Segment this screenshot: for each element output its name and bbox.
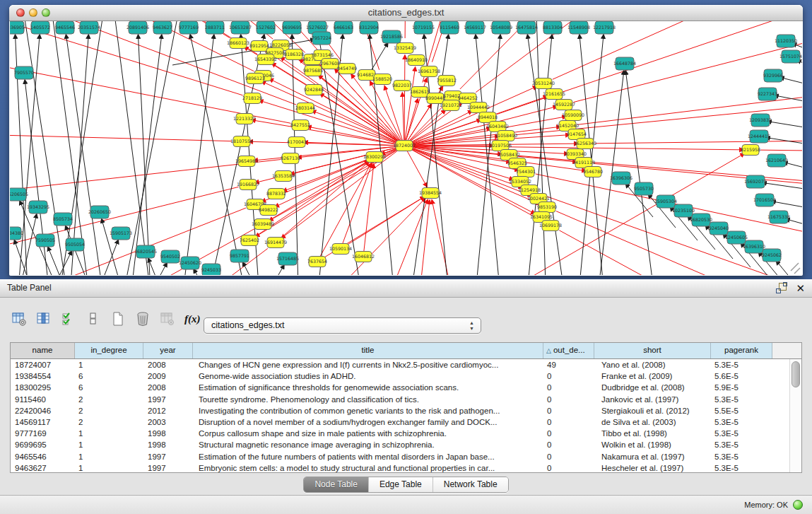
graph-node[interactable]: 15716485 [276,252,299,265]
graph-node[interactable]: 9245040 [709,222,729,235]
graph-node[interactable]: 11058490 [495,131,517,141]
table-cell-title[interactable]: Structural magnetic resonance image aver… [193,439,543,450]
graph-node[interactable]: 18724007 [393,141,416,151]
table-cell-title[interactable]: Genome-wide association studies in ADHD. [193,370,543,382]
graph-node[interactable]: 8215958 [741,145,760,156]
table-cell-year[interactable]: 2009 [143,370,193,382]
table-cell-pagerank[interactable]: 5.3E-5 [711,428,772,439]
graph-node[interactable]: 9505054 [65,238,85,251]
table-cell-pagerank[interactable]: 5.3E-5 [711,416,772,428]
graph-node[interactable]: 9822037 [392,81,412,91]
graph-node[interactable]: 4170043 [287,137,307,148]
graph-node[interactable]: 12450605 [725,231,748,244]
graph-node[interactable]: 9896123 [245,74,265,84]
graph-node[interactable]: 19210722 [440,100,462,111]
table-row[interactable]: 977716911998Corpus callosum shape and si… [11,428,801,439]
graph-node[interactable]: 7625402 [240,235,259,246]
graph-node[interactable]: 9699695 [282,21,302,34]
graph-node[interactable]: 9227343 [758,88,777,100]
table-cell-name[interactable]: 9465546 [11,451,75,462]
table-cell-pagerank[interactable]: 5.3E-5 [711,451,772,462]
table-cell-name[interactable]: 18724007 [11,359,75,370]
table-row[interactable]: 911546021997Tourette syndrome. Phenomeno… [11,394,801,405]
graph-node[interactable]: 16648784 [613,57,636,70]
graph-node[interactable]: 15905304 [654,195,677,208]
column-header-name[interactable]: name [11,343,75,358]
graph-node[interactable]: 8186328 [284,49,304,60]
table-cell-in_degree[interactable]: 2 [75,405,143,416]
table-cell-year[interactable]: 2003 [143,416,193,428]
column-visibility-icon[interactable] [36,310,52,327]
graph-node[interactable]: 20891406 [126,21,149,34]
graph-node[interactable]: 18107554 [230,136,253,147]
graph-node[interactable]: 10590134 [329,244,352,255]
table-cell-in_degree[interactable]: 6 [75,382,143,393]
graph-node[interactable]: 10548089 [490,21,512,34]
table-cell-year[interactable]: 2012 [143,405,193,416]
float-panel-icon[interactable] [776,283,787,293]
table-cell-out_de[interactable]: 0 [543,405,594,416]
table-scrollbar[interactable] [789,359,801,472]
graph-node[interactable]: 10719155 [412,21,435,34]
graph-node[interactable]: 8267130 [281,153,300,164]
graph-node[interactable]: 17016504 [753,194,776,206]
table-row[interactable]: 1938455462009Genome-wide association stu… [11,370,801,382]
table-cell-pagerank[interactable]: 5.3E-5 [711,394,772,405]
graph-node[interactable]: 26206505 [10,188,28,201]
network-svg[interactable]: 1872400718300295193845541866012389129541… [10,21,802,275]
table-cell-year[interactable]: 1998 [143,428,193,439]
graph-node[interactable]: 7905570 [14,66,34,79]
table-cell-in_degree[interactable]: 1 [75,462,143,473]
table-cell-title[interactable]: Corpus callosum shape and size in male p… [193,428,543,439]
table-cell-pagerank[interactable]: 5.3E-5 [711,359,772,370]
table-row[interactable]: 1872400712008Changes of HCN gene express… [11,359,801,370]
graph-node[interactable]: 16475814 [515,21,538,34]
table-row[interactable]: 946362711997Embryonic stem cells: a mode… [11,462,801,473]
graph-node[interactable]: 16396306 [610,172,632,185]
column-header-pagerank[interactable]: pagerank [711,343,772,358]
resize-grip[interactable] [791,263,800,274]
table-cell-year[interactable]: 1997 [143,394,193,405]
table-cell-in_degree[interactable]: 1 [75,451,143,462]
table-cell-short[interactable]: Jankovic et al. (1997) [594,394,711,405]
column-header-out_de[interactable]: △out_de... [543,343,594,358]
table-cell-in_degree[interactable]: 2 [75,416,143,428]
graph-node[interactable]: 1588520 [372,74,392,85]
graph-node[interactable]: 8813304 [543,21,563,34]
graph-node[interactable]: 7590505 [35,234,55,247]
table-cell-out_de[interactable]: 0 [543,394,594,405]
graph-node[interactable]: 8836905 [10,21,25,34]
table-cell-name[interactable]: 19384554 [11,370,75,382]
graph-node[interactable]: 12444415 [748,130,770,143]
table-cell-out_de[interactable]: 0 [543,439,594,450]
graph-node[interactable]: 12161655 [543,89,565,100]
graph-node[interactable]: 2718129 [242,93,262,104]
table-row[interactable]: 1456911722003Disruption of a novel membe… [11,416,801,428]
table-cell-short[interactable]: Franke et al. (2009) [594,370,711,382]
graph-node[interactable]: 1405572 [30,21,50,34]
table-cell-out_de[interactable]: 0 [543,462,594,473]
table-cell-pagerank[interactable]: 5.3E-5 [711,462,772,473]
graph-node[interactable]: 19218586 [380,30,403,43]
graph-node[interactable]: 12217918 [593,21,616,34]
graph-node[interactable]: 20260650 [88,206,111,218]
table-cell-title[interactable]: Tourette syndrome. Phenomenology and cla… [193,394,543,405]
table-cell-name[interactable]: 9463627 [11,462,75,473]
delete-column-icon[interactable] [135,310,151,327]
table-cell-name[interactable]: 22420046 [11,405,75,416]
table-cell-year[interactable]: 2008 [143,359,193,370]
table-cell-short[interactable]: de Silva et al. (2003) [594,416,711,428]
graph-node[interactable]: 12093832 [749,114,772,127]
graph-node[interactable]: 15905173 [110,227,132,240]
graph-node[interactable]: 16914479 [264,238,287,248]
table-cell-pagerank[interactable]: 5.3E-5 [711,439,772,450]
table-cell-name[interactable]: 18300295 [11,382,75,393]
graph-node[interactable]: 14569117 [464,21,486,34]
table-cell-title[interactable]: Investigating the contribution of common… [193,405,543,416]
table-cell-pagerank[interactable]: 5.6E-5 [711,370,772,382]
graph-node[interactable]: 9245062 [762,249,782,262]
table-cell-year[interactable]: 1997 [143,462,193,473]
graph-node[interactable]: 1527602 [256,21,276,34]
table-source-select[interactable]: citations_edges.txt ▲▼ [204,317,481,334]
graph-node[interactable]: 16820545 [134,245,157,258]
